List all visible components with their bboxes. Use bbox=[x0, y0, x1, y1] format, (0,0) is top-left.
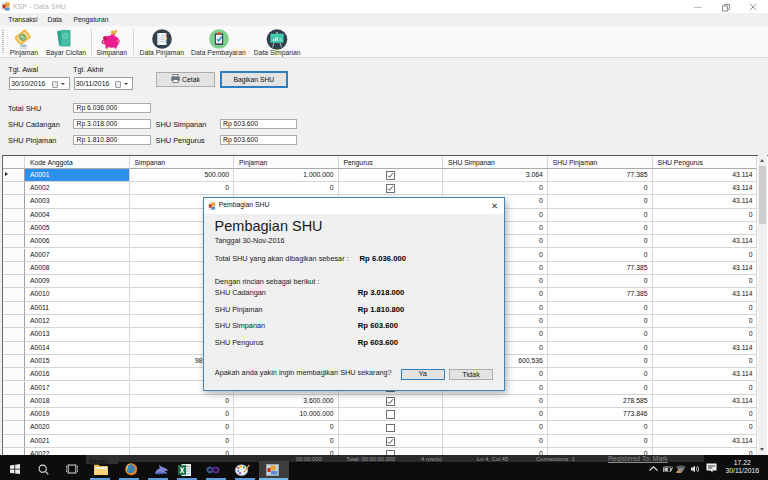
svg-text:.5: .5 bbox=[279, 38, 282, 42]
